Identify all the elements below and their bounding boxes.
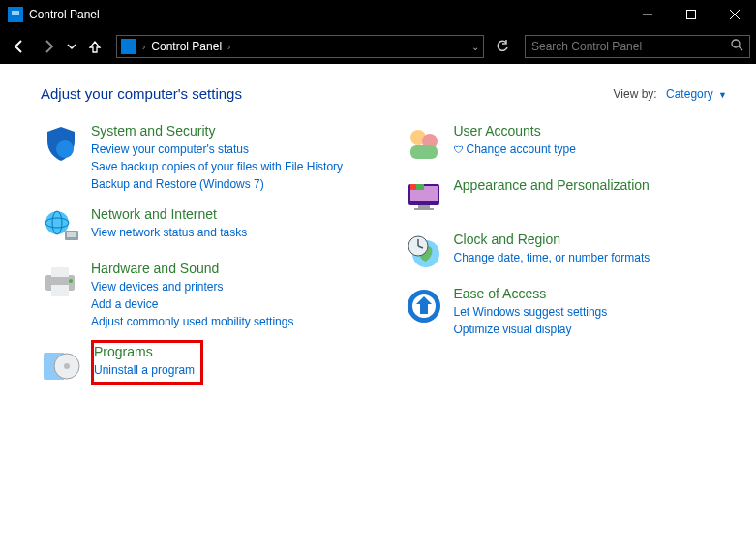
category-title-link[interactable]: System and Security (91, 123, 215, 139)
view-by-label: View by: (614, 87, 657, 101)
minimize-button[interactable] (625, 0, 669, 29)
category-title-link[interactable]: Hardware and Sound (91, 261, 219, 276)
up-button[interactable] (81, 33, 108, 60)
svg-rect-28 (418, 205, 430, 208)
address-dropdown-icon[interactable]: ⌄ (471, 42, 479, 52)
category-title-link[interactable]: Network and Internet (91, 206, 217, 222)
breadcrumb-sep-icon: › (142, 42, 145, 52)
breadcrumb-sep-icon: › (227, 42, 230, 52)
people-icon (404, 123, 444, 164)
search-icon[interactable] (731, 38, 743, 55)
recent-dropdown[interactable] (64, 33, 79, 60)
refresh-button[interactable] (490, 35, 515, 58)
view-by-selector[interactable]: View by: Category ▼ (614, 87, 727, 101)
right-column: User Accounts Change account type Appear… (404, 123, 728, 398)
category-title-link[interactable]: Appearance and Personalization (454, 177, 650, 193)
control-panel-icon (121, 39, 136, 54)
monitor-icon (404, 177, 444, 218)
svg-rect-3 (686, 11, 695, 19)
category-link[interactable]: Change date, time, or number formats (454, 249, 650, 266)
category-link[interactable]: Adjust commonly used mobility settings (91, 313, 293, 330)
category-title-link[interactable]: User Accounts (454, 123, 541, 139)
category-programs: Programs Uninstall a program (41, 344, 365, 385)
svg-rect-15 (51, 267, 69, 277)
category-network: Network and Internet View network status… (41, 206, 365, 247)
clock-globe-icon (404, 232, 444, 272)
svg-rect-16 (51, 285, 69, 296)
category-link[interactable]: Optimize visual display (454, 321, 608, 338)
category-ease-of-access: Ease of Access Let Windows suggest setti… (404, 286, 728, 338)
category-link[interactable]: Review your computer's status (91, 140, 343, 158)
category-link[interactable]: Save backup copies of your files with Fi… (91, 158, 343, 175)
left-column: System and Security Review your computer… (41, 123, 365, 398)
category-link[interactable]: View devices and printers (91, 278, 293, 295)
back-button[interactable] (6, 33, 33, 60)
svg-line-7 (739, 46, 742, 50)
svg-point-20 (64, 363, 70, 369)
svg-rect-1 (12, 11, 19, 15)
title-bar: Control Panel (0, 0, 756, 29)
svg-rect-13 (67, 232, 76, 237)
disc-box-icon (41, 344, 81, 385)
category-link[interactable]: View network status and tasks (91, 224, 247, 241)
globe-network-icon (41, 206, 81, 247)
nav-bar: › Control Panel › ⌄ (0, 29, 756, 64)
category-link[interactable]: Add a device (91, 295, 293, 313)
uninstall-program-link[interactable]: Uninstall a program (94, 361, 195, 379)
svg-rect-29 (414, 208, 434, 210)
window-title: Control Panel (29, 8, 625, 21)
shield-icon (41, 123, 81, 164)
category-system-security: System and Security Review your computer… (41, 123, 365, 193)
svg-point-8 (56, 140, 74, 158)
category-title-link[interactable]: Ease of Access (454, 286, 547, 301)
category-link[interactable]: Change account type (454, 140, 576, 158)
category-link[interactable]: Backup and Restore (Windows 7) (91, 175, 343, 193)
content-pane: Adjust your computer's settings View by:… (0, 64, 756, 557)
chevron-down-icon: ▼ (718, 90, 727, 100)
address-bar[interactable]: › Control Panel › ⌄ (116, 35, 484, 58)
svg-point-17 (69, 279, 73, 283)
ease-access-icon (404, 286, 444, 326)
search-box[interactable] (525, 35, 750, 58)
category-hardware: Hardware and Sound View devices and prin… (41, 261, 365, 330)
printer-icon (41, 261, 81, 301)
view-by-value: Category (666, 87, 713, 101)
close-button[interactable] (712, 0, 756, 29)
maximize-button[interactable] (669, 0, 712, 29)
category-title-link[interactable]: Programs (94, 344, 153, 359)
category-user-accounts: User Accounts Change account type (404, 123, 728, 164)
forward-button[interactable] (35, 33, 62, 60)
highlight-box: Programs Uninstall a program (91, 340, 203, 385)
category-clock-region: Clock and Region Change date, time, or n… (404, 232, 728, 272)
svg-rect-23 (410, 145, 438, 159)
breadcrumb-item[interactable]: Control Panel (151, 40, 222, 53)
app-icon (8, 7, 23, 22)
search-input[interactable] (531, 40, 731, 53)
svg-point-6 (732, 40, 740, 47)
category-appearance: Appearance and Personalization (404, 177, 728, 218)
svg-rect-27 (416, 184, 424, 190)
category-link[interactable]: Let Windows suggest settings (454, 303, 608, 321)
page-heading: Adjust your computer's settings (41, 85, 242, 102)
category-title-link[interactable]: Clock and Region (454, 232, 561, 247)
